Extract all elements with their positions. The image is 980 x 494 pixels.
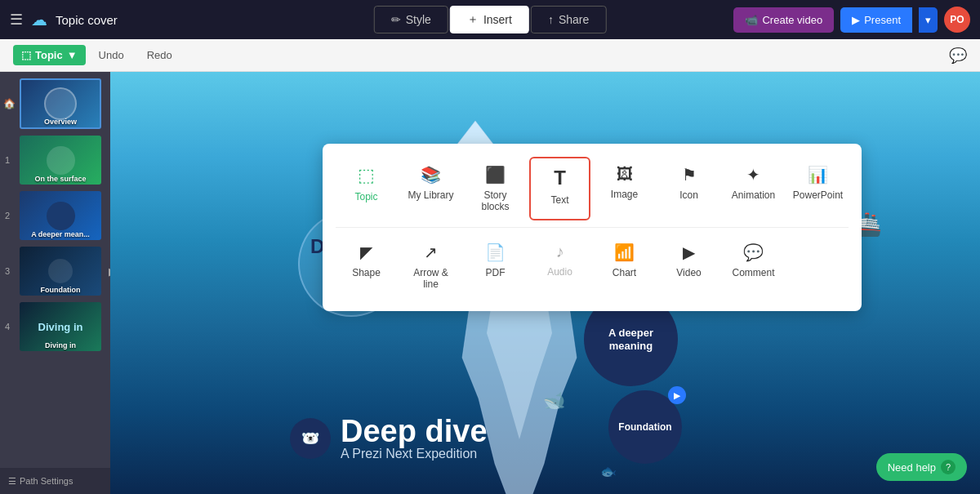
slide-row-overview: 🏠 Overview	[5, 78, 105, 129]
insert-pdf[interactable]: 📄 PDF	[465, 234, 526, 298]
cloud-icon: ☁	[31, 10, 47, 29]
slide-label-2: A deeper mean...	[20, 230, 101, 238]
slide-thumb-overview[interactable]: Overview	[20, 78, 101, 129]
slide-thumb-4[interactable]: Diving in Diving in	[20, 302, 101, 351]
avatar: PO	[944, 7, 970, 33]
text-menu-icon: T	[554, 167, 566, 189]
tab-style[interactable]: ✏ Style	[374, 6, 448, 33]
slide-thumb-2[interactable]: A deeper mean...	[20, 191, 101, 240]
pdf-menu-icon: 📄	[485, 243, 506, 262]
insert-image[interactable]: 🖼 Image	[594, 157, 655, 220]
insert-video[interactable]: ▶ Video	[658, 234, 719, 298]
insert-powerpoint[interactable]: 📊 PowerPoint	[787, 157, 849, 220]
audio-menu-icon: ♪	[556, 243, 564, 261]
path-settings-icon: ☰	[8, 476, 16, 487]
main-layout: 🏠 Overview 1 On the surface 2	[0, 72, 980, 494]
insert-topic[interactable]: ⬚ Topic	[336, 157, 397, 220]
arrow-line-icon: ↗	[424, 243, 438, 262]
insert-comment[interactable]: 💬 Comment	[723, 234, 784, 298]
brand-logo: 🐻‍❄️	[290, 418, 331, 459]
foundation-circle[interactable]: Foundation ▶	[608, 390, 682, 464]
topbar-actions: 📹 Create video ▶ Present ▾ PO	[733, 7, 970, 33]
undo-button[interactable]: Undo	[89, 45, 134, 65]
slide-row-2: 2 A deeper mean...	[5, 191, 105, 240]
story-blocks-icon: ⬛	[485, 165, 506, 185]
redo-button[interactable]: Redo	[137, 45, 182, 65]
deep-dive-brand: 🐻‍❄️ Deep dive A Prezi Next Expedition	[290, 416, 488, 461]
topbar-tabs: ✏ Style ＋ Insert ↑ Share	[374, 6, 607, 33]
dropdown-divider	[336, 227, 849, 228]
topic-badge[interactable]: ⬚ Topic ▼	[13, 45, 86, 65]
tab-insert[interactable]: ＋ Insert	[450, 6, 529, 33]
deep-dive-title: Deep dive	[341, 416, 488, 447]
create-video-button[interactable]: 📹 Create video	[733, 7, 834, 33]
slide-num-3: 3	[5, 266, 10, 276]
slide-panel: 🏠 Overview 1 On the surface 2	[0, 72, 110, 494]
toolbar: ⬚ Topic ▼ Undo Redo 💬	[0, 39, 980, 72]
my-library-icon: 📚	[421, 165, 441, 185]
slide-label-1: On the surface	[20, 175, 101, 183]
slide-label-overview: Overview	[21, 118, 100, 126]
insert-text[interactable]: T Text	[529, 157, 590, 220]
slide-label-4: Diving in	[20, 341, 101, 349]
deep-dive-subtitle: A Prezi Next Expedition	[341, 447, 488, 461]
insert-shape[interactable]: ◤ Shape	[336, 234, 397, 298]
slide-row-3: 3 Foundation ▶	[5, 247, 105, 296]
slide-thumb-3[interactable]: Foundation	[20, 247, 101, 296]
slide-thumb-1[interactable]: On the surface	[20, 136, 101, 185]
app-title: Topic cover	[56, 13, 118, 27]
slide-row-4: 4 Diving in Diving in	[5, 302, 105, 351]
slide-num-2: 2	[5, 211, 10, 220]
home-icon: 🏠	[3, 98, 16, 109]
insert-chart[interactable]: 📶 Chart	[594, 234, 655, 298]
brand-text: Deep dive A Prezi Next Expedition	[341, 416, 488, 461]
slide-num-1: 1	[5, 155, 10, 165]
icon-menu-icon: ⚑	[682, 165, 697, 185]
path-settings[interactable]: ☰ Path Settings	[0, 468, 110, 494]
image-menu-icon: 🖼	[617, 165, 633, 184]
insert-grid-row1: ⬚ Topic 📚 My Library ⬛ Story blocks T Te…	[336, 157, 849, 298]
topic-menu-icon: ⬚	[358, 165, 375, 186]
animation-menu-icon: ✦	[746, 165, 760, 185]
slide-row-1: 1 On the surface	[5, 136, 105, 185]
whale-graphic: 🐋	[543, 390, 565, 412]
canvas-area: Diving in ⛵ 🚢 On thesurface A deepermean…	[110, 72, 980, 494]
topbar: ☰ ☁ Topic cover ✏ Style ＋ Insert ↑ Share…	[0, 0, 980, 39]
video-menu-icon: ▶	[683, 243, 695, 262]
insert-audio[interactable]: ♪ Audio	[529, 234, 590, 298]
share-icon: ↑	[548, 13, 554, 26]
powerpoint-menu-icon: 📊	[808, 165, 828, 185]
need-help-button[interactable]: Need help ?	[876, 453, 967, 481]
foundation-play-icon: ▶	[668, 386, 686, 404]
comment-menu-icon: 💬	[743, 243, 764, 262]
tab-share[interactable]: ↑ Share	[531, 6, 606, 33]
deeper-meaning-text: A deepermeaning	[608, 327, 653, 352]
hamburger-icon[interactable]: ☰	[10, 11, 23, 29]
present-dropdown-button[interactable]: ▾	[919, 7, 938, 33]
insert-my-library[interactable]: 📚 My Library	[400, 157, 461, 220]
insert-icon: ＋	[467, 12, 479, 27]
chart-menu-icon: 📶	[614, 243, 635, 262]
help-icon: ?	[941, 460, 956, 474]
chat-icon[interactable]: 💬	[949, 47, 967, 65]
topic-badge-icon: ⬚	[21, 49, 31, 61]
video-cam-icon: 📹	[745, 14, 758, 26]
topic-dropdown-arrow: ▼	[67, 49, 78, 61]
shape-menu-icon: ◤	[360, 243, 372, 262]
present-button[interactable]: ▶ Present	[840, 7, 912, 33]
slide-label-3: Foundation	[20, 286, 101, 294]
slide-num-4: 4	[5, 322, 10, 332]
fish-graphic: 🐟	[600, 464, 617, 479]
insert-animation[interactable]: ✦ Animation	[723, 157, 784, 220]
insert-arrow-line[interactable]: ↗ Arrow & line	[400, 234, 461, 298]
foundation-text: Foundation	[618, 421, 671, 433]
insert-story-blocks[interactable]: ⬛ Story blocks	[465, 157, 526, 220]
insert-dropdown: ⬚ Topic 📚 My Library ⬛ Story blocks T Te…	[323, 144, 862, 311]
play-icon: ▶	[852, 14, 860, 26]
insert-icon[interactable]: ⚑ Icon	[658, 157, 719, 220]
style-icon: ✏	[391, 13, 401, 26]
